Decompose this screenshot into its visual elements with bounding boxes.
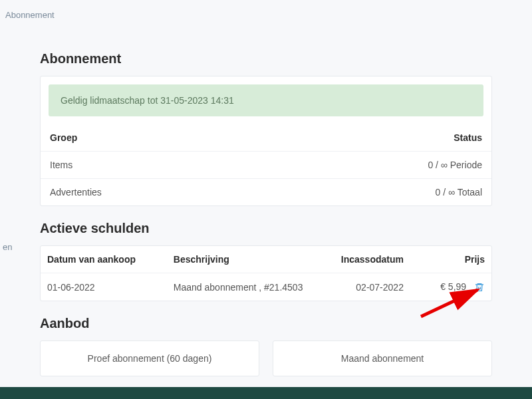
offer-card-monthly[interactable]: Maand abonnement bbox=[273, 340, 492, 376]
bottom-bar bbox=[0, 387, 532, 399]
table-row: Advertenties 0 / ∞ Totaal bbox=[41, 179, 491, 206]
col-status: Status bbox=[262, 124, 491, 152]
trash-icon[interactable] bbox=[474, 282, 485, 293]
col-description: Beschrijving bbox=[167, 246, 329, 273]
cell-price: € 5,99 bbox=[410, 273, 491, 301]
table-row: 01-06-2022 Maand abonnement , #21.4503 0… bbox=[41, 273, 491, 301]
main-content: Abonnement Geldig lidmaatschap tot 31-05… bbox=[0, 30, 532, 376]
offer-card-trial[interactable]: Proef abonnement (60 dagen) bbox=[40, 340, 259, 376]
table-header-row: Datum van aankoop Beschrijving Incassoda… bbox=[41, 246, 491, 273]
debts-panel: Datum van aankoop Beschrijving Incassoda… bbox=[40, 245, 492, 301]
sidebar-fragment: en bbox=[0, 239, 15, 255]
col-purchase-date: Datum van aankoop bbox=[41, 246, 167, 273]
debts-table: Datum van aankoop Beschrijving Incassoda… bbox=[41, 246, 491, 301]
section-title-offers: Aanbod bbox=[40, 316, 492, 331]
offer-label: Maand abonnement bbox=[341, 353, 424, 364]
section-title-debts: Actieve schulden bbox=[40, 221, 492, 236]
price-value: € 5,99 bbox=[440, 281, 466, 292]
col-group: Groep bbox=[41, 124, 262, 152]
table-row: Items 0 / ∞ Periode bbox=[41, 152, 491, 179]
subscription-table: Groep Status Items 0 / ∞ Periode Adverte… bbox=[41, 124, 491, 205]
cell-status: 0 / ∞ Periode bbox=[262, 152, 491, 179]
cell-purchase-date: 01-06-2022 bbox=[41, 273, 167, 301]
col-price: Prijs bbox=[410, 246, 491, 273]
cell-status: 0 / ∞ Totaal bbox=[262, 179, 491, 206]
col-collection-date: Incassodatum bbox=[329, 246, 410, 273]
breadcrumb: Abonnement bbox=[0, 0, 532, 30]
breadcrumb-item[interactable]: Abonnement bbox=[5, 10, 55, 20]
cell-group: Items bbox=[41, 152, 262, 179]
offer-label: Proef abonnement (60 dagen) bbox=[88, 353, 212, 364]
table-header-row: Groep Status bbox=[41, 124, 491, 152]
membership-validity-alert: Geldig lidmaatschap tot 31-05-2023 14:31 bbox=[49, 84, 483, 116]
offers-row: Proef abonnement (60 dagen) Maand abonne… bbox=[40, 340, 492, 376]
cell-group: Advertenties bbox=[41, 179, 262, 206]
cell-description: Maand abonnement , #21.4503 bbox=[167, 273, 329, 301]
section-title-subscription: Abonnement bbox=[40, 51, 492, 66]
subscription-panel: Geldig lidmaatschap tot 31-05-2023 14:31… bbox=[40, 76, 492, 206]
cell-collection-date: 02-07-2022 bbox=[329, 273, 410, 301]
